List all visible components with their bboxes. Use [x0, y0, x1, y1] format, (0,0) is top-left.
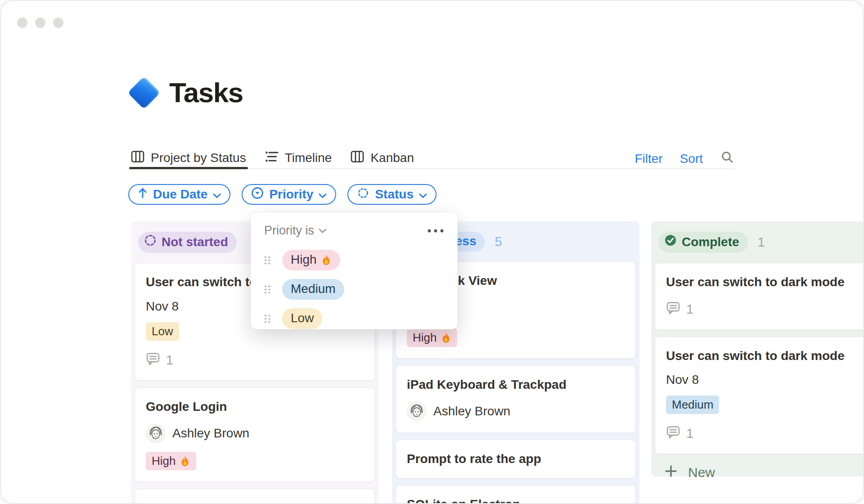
column-count: 5 — [495, 234, 502, 249]
fire-icon — [441, 332, 451, 343]
search-icon[interactable] — [720, 150, 734, 168]
assignee-row: Ashley Brown — [146, 423, 364, 443]
column-header: Complete 1 — [651, 221, 864, 253]
task-card[interactable]: Google Login Ashley Brown — [135, 387, 375, 482]
pill-label: Status — [375, 187, 414, 202]
drag-handle-icon[interactable] — [264, 314, 271, 324]
assignee-name: Ashley Brown — [433, 404, 510, 418]
priority-tag-high: High — [146, 452, 196, 470]
card-title: User can switch to dark mode — [666, 274, 864, 290]
assignee-row: Ashley Brown — [407, 401, 625, 421]
status-badge[interactable]: Not started — [138, 232, 237, 253]
fire-icon — [180, 455, 190, 467]
board-view-icon — [131, 150, 144, 166]
plus-icon — [665, 465, 677, 481]
task-card[interactable]: Anonymous user shouldn’t be able — [135, 489, 375, 504]
comment-count: 1 — [666, 301, 864, 318]
chevron-down-icon — [319, 228, 327, 234]
tab-label: Project by Status — [151, 151, 246, 165]
tab-kanban[interactable]: Kanban — [351, 148, 414, 168]
dashed-circle-icon — [144, 234, 157, 250]
task-card[interactable]: User can switch to dark mode Nov 8 Mediu… — [655, 337, 864, 454]
card-title: Anonymous user shouldn’t be able — [146, 500, 364, 504]
tab-label: Timeline — [285, 151, 332, 165]
priority-filter-pill[interactable]: Priority — [242, 184, 336, 205]
priority-select-icon — [251, 187, 264, 202]
filter-pill-row: Due Date Priority Status — [128, 184, 436, 205]
task-card[interactable]: Prompt to rate the app — [396, 440, 636, 478]
card-due-date: Nov 8 — [666, 373, 864, 387]
add-new-card-button[interactable]: New — [651, 458, 864, 487]
dropdown-rule-selector[interactable]: Priority is — [264, 224, 327, 238]
due-date-filter-pill[interactable]: Due Date — [128, 184, 230, 205]
app-window: Tasks Project by Status — [0, 0, 864, 504]
assignee-name: Ashley Brown — [172, 426, 249, 441]
drag-handle-icon[interactable] — [264, 256, 271, 265]
comment-icon — [666, 425, 680, 442]
card-title: Google Login — [146, 399, 364, 414]
priority-option-high[interactable]: High — [264, 248, 444, 272]
tab-timeline[interactable]: Timeline — [265, 148, 332, 168]
chevron-down-icon — [419, 187, 427, 202]
column-count: 1 — [758, 235, 765, 250]
priority-tag-medium: Medium — [666, 396, 719, 414]
status-badge[interactable]: Complete — [658, 232, 748, 253]
window-close-button[interactable] — [17, 18, 27, 28]
column-complete: Complete 1 User can switch to dark mode … — [651, 221, 864, 477]
tab-label: Kanban — [370, 151, 414, 165]
priority-tag-low: Low — [146, 322, 179, 341]
page-header: Tasks — [132, 76, 243, 108]
priority-option-medium[interactable]: Medium — [264, 278, 444, 301]
filter-button[interactable]: Filter — [634, 152, 662, 166]
avatar — [146, 423, 166, 443]
card-title: iPad Keyboard & Trackpad — [407, 377, 625, 392]
status-filter-pill[interactable]: Status — [347, 184, 436, 205]
avatar — [407, 401, 427, 421]
comment-icon — [666, 301, 680, 318]
page-title: Tasks — [169, 76, 243, 108]
task-card[interactable]: iPad Keyboard & Trackpad Ashley Brown — [396, 365, 636, 433]
kanban-view-icon — [351, 150, 364, 166]
tab-project-by-status[interactable]: Project by Status — [131, 148, 246, 168]
chevron-down-icon — [319, 187, 327, 202]
column-name: Complete — [682, 235, 739, 249]
window-zoom-button[interactable] — [53, 18, 63, 28]
sort-button[interactable]: Sort — [680, 152, 703, 166]
fire-icon — [321, 254, 332, 266]
chevron-down-icon — [213, 187, 221, 202]
status-spinner-icon — [357, 187, 369, 202]
drag-handle-icon[interactable] — [264, 285, 271, 294]
priority-tag-high: High — [407, 328, 457, 347]
card-title: SQLite on Electron — [407, 497, 625, 504]
task-card[interactable]: SQLite on Electron — [396, 485, 636, 504]
new-button-label: New — [688, 465, 715, 480]
window-controls — [17, 18, 63, 28]
blue-diamond-icon — [127, 76, 161, 109]
card-title: User can switch to dark mode — [666, 348, 864, 364]
priority-option-low[interactable]: Low — [264, 307, 444, 330]
priority-filter-dropdown: Priority is High Medium Low — [251, 212, 458, 329]
window-minimize-button[interactable] — [35, 18, 45, 28]
arrow-up-icon — [138, 187, 148, 202]
view-tab-bar: Project by Status Timeline — [131, 148, 734, 169]
task-card[interactable]: User can switch to dark mode 1 — [655, 263, 864, 330]
timeline-view-icon — [265, 151, 279, 166]
column-name: Not started — [162, 235, 228, 249]
ellipsis-icon[interactable] — [427, 229, 444, 233]
card-title: Prompt to rate the app — [407, 451, 625, 467]
check-circle-icon — [664, 234, 677, 250]
comment-icon — [146, 351, 160, 369]
comment-count: 1 — [666, 425, 864, 442]
pill-label: Priority — [269, 187, 313, 202]
pill-label: Due Date — [153, 187, 207, 202]
comment-count: 1 — [146, 351, 364, 369]
